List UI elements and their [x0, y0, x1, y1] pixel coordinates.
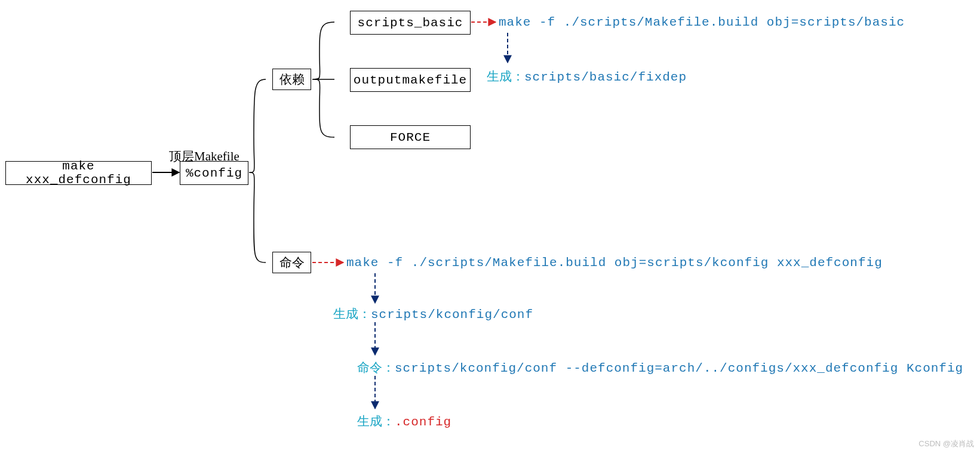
node-make-defconfig: make xxx_defconfig — [5, 161, 152, 185]
text-gen-fixdep: 生成：scripts/basic/fixdep — [487, 68, 687, 85]
watermark: CSDN @凌肖战 — [918, 438, 974, 449]
node-force: FORCE — [350, 125, 471, 149]
text-gen-fixdep-value: scripts/basic/fixdep — [524, 70, 687, 84]
text-gen-conf: 生成：scripts/kconfig/conf — [333, 305, 533, 322]
text-cmd-conf-prefix: 命令： — [357, 360, 395, 375]
text-gen-conf-value: scripts/kconfig/conf — [371, 308, 533, 322]
node-command: 命令 — [272, 252, 311, 273]
text-gen-config: 生成：.config — [357, 413, 451, 430]
text-gen-fixdep-prefix: 生成： — [487, 69, 524, 84]
node-outputmakefile: outputmakefile — [350, 68, 471, 92]
node-config: %config — [180, 161, 248, 185]
text-cmd-conf: 命令：scripts/kconfig/conf --defconfig=arch… — [357, 359, 963, 376]
text-gen-config-value: .config — [395, 415, 451, 429]
text-cmd-conf-value: scripts/kconfig/conf --defconfig=arch/..… — [395, 362, 963, 375]
text-make-scripts-basic: make -f ./scripts/Makefile.build obj=scr… — [499, 16, 905, 29]
node-scripts-basic: scripts_basic — [350, 11, 471, 35]
text-gen-config-prefix: 生成： — [357, 414, 395, 428]
text-gen-conf-prefix: 生成： — [333, 307, 371, 321]
text-make-kconfig: make -f ./scripts/Makefile.build obj=scr… — [346, 256, 883, 270]
node-depend: 依赖 — [272, 69, 311, 90]
